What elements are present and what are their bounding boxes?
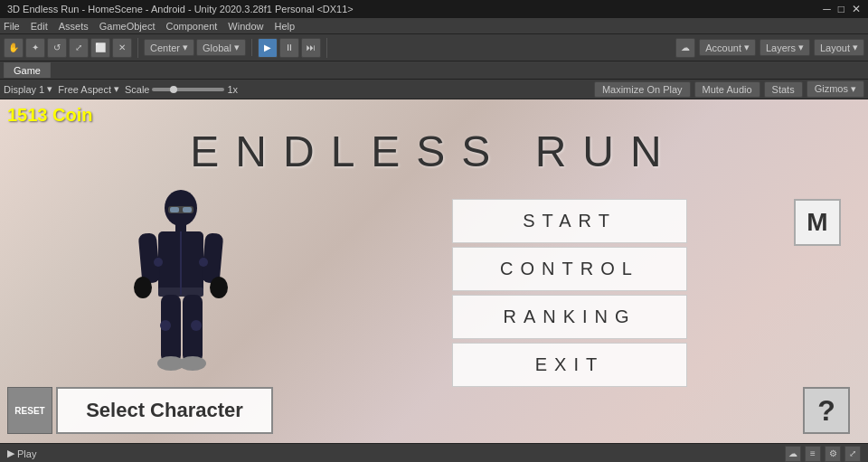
step-button[interactable]: ⏭	[301, 38, 321, 58]
scale-thumb	[170, 86, 177, 93]
cloud-button[interactable]: ☁	[675, 38, 695, 58]
select-character-button[interactable]: Select Character	[56, 387, 273, 434]
pause-button[interactable]: ⏸	[279, 38, 299, 58]
play-controls-group: ▶ ⏸ ⏭	[258, 38, 327, 58]
aspect-selector[interactable]: Free Aspect ▾	[58, 83, 119, 95]
menu-bar: File Edit Assets GameObject Component Wi…	[0, 18, 868, 34]
layout-dropdown[interactable]: Layout ▾	[814, 39, 864, 56]
menu-component[interactable]: Component	[165, 21, 217, 32]
menu-window[interactable]: Window	[228, 21, 263, 32]
title-bar: 3D Endless Run - HomeScene - Android - U…	[0, 0, 868, 18]
play-icon: ▶	[7, 448, 14, 459]
character-svg	[108, 190, 253, 389]
gizmos-button[interactable]: Gizmos ▾	[807, 80, 864, 98]
status-right: ☁ ≡ ⚙ ⤢	[785, 446, 861, 462]
window-title: 3D Endless Run - HomeScene - Android - U…	[7, 4, 354, 14]
toolbar-right: ☁ Account ▾ Layers ▾ Layout ▾	[675, 38, 864, 58]
rotate-tool[interactable]: ↺	[47, 38, 67, 58]
center-button[interactable]: Center ▾	[144, 39, 194, 56]
start-button[interactable]: START	[452, 199, 687, 243]
cloud-status-icon[interactable]: ☁	[785, 446, 801, 462]
rect-tool[interactable]: ⬜	[90, 38, 110, 58]
minimize-button[interactable]: ─	[823, 3, 831, 15]
close-button[interactable]: ✕	[852, 3, 861, 15]
layers-status-icon[interactable]: ≡	[805, 446, 821, 462]
game-controls-right: Maximize On Play Mute Audio Stats Gizmos…	[594, 80, 864, 98]
scale-track[interactable]	[152, 88, 224, 91]
title-bar-controls: ─ □ ✕	[823, 3, 861, 15]
global-button[interactable]: Global ▾	[196, 39, 246, 56]
display-selector[interactable]: Display 1 ▾	[4, 83, 52, 95]
ranking-button[interactable]: RANKING	[452, 295, 687, 339]
reset-button[interactable]: RESET	[7, 387, 52, 434]
exit-button[interactable]: EXIT	[452, 343, 687, 387]
maximize-button[interactable]: □	[838, 3, 844, 15]
menu-help[interactable]: Help	[274, 21, 295, 32]
svg-point-17	[199, 258, 208, 267]
expand-status-icon[interactable]: ⤢	[844, 446, 861, 462]
game-view-controls: Display 1 ▾ Free Aspect ▾ Scale 1x Maxim…	[0, 80, 868, 99]
account-dropdown[interactable]: Account ▾	[699, 39, 756, 56]
scale-control: Scale 1x	[125, 84, 238, 95]
svg-point-16	[154, 258, 163, 267]
hand-tool[interactable]: ✋	[4, 38, 24, 58]
stats-button[interactable]: Stats	[764, 81, 803, 98]
svg-rect-4	[175, 224, 186, 231]
svg-rect-2	[170, 207, 179, 212]
menu-assets[interactable]: Assets	[59, 21, 89, 32]
m-button[interactable]: M	[794, 199, 841, 246]
game-tabbar: Game	[0, 61, 868, 80]
game-tab[interactable]: Game	[4, 62, 51, 78]
svg-point-10	[210, 277, 228, 298]
menu-buttons: START CONTROL RANKING EXIT	[452, 199, 687, 387]
control-button[interactable]: CONTROL	[452, 247, 687, 291]
menu-gameobject[interactable]: GameObject	[99, 21, 156, 32]
character-container	[108, 190, 253, 389]
game-area: 1513 Coin ENDLESS RUN	[0, 99, 868, 443]
svg-point-19	[191, 320, 202, 331]
layers-dropdown[interactable]: Layers ▾	[760, 39, 810, 56]
status-bar: ▶ Play ☁ ≡ ⚙ ⤢	[0, 443, 868, 462]
play-button[interactable]: ▶	[258, 38, 278, 58]
pivot-group: Center ▾ Global ▾	[144, 39, 252, 56]
svg-point-18	[160, 320, 171, 331]
svg-point-14	[179, 356, 206, 371]
transform-tool[interactable]: ✕	[112, 38, 132, 58]
svg-point-8	[134, 277, 152, 298]
maximize-on-play-button[interactable]: Maximize On Play	[594, 81, 691, 98]
move-tool[interactable]: ✦	[25, 38, 45, 58]
scale-tool[interactable]: ⤢	[69, 38, 89, 58]
mute-audio-button[interactable]: Mute Audio	[694, 81, 760, 98]
menu-edit[interactable]: Edit	[31, 21, 48, 32]
menu-file[interactable]: File	[4, 21, 20, 32]
settings-status-icon[interactable]: ⚙	[825, 446, 841, 462]
toolbar: ✋ ✦ ↺ ⤢ ⬜ ✕ Center ▾ Global ▾ ▶ ⏸ ⏭ ☁ Ac…	[0, 34, 868, 61]
question-button[interactable]: ?	[803, 387, 850, 434]
play-status: ▶ Play	[7, 448, 36, 459]
svg-rect-3	[183, 207, 192, 212]
transform-tools-group: ✋ ✦ ↺ ⤢ ⬜ ✕	[4, 38, 138, 58]
game-title: ENDLESS RUN	[0, 127, 868, 176]
coin-display: 1513 Coin	[7, 105, 92, 126]
